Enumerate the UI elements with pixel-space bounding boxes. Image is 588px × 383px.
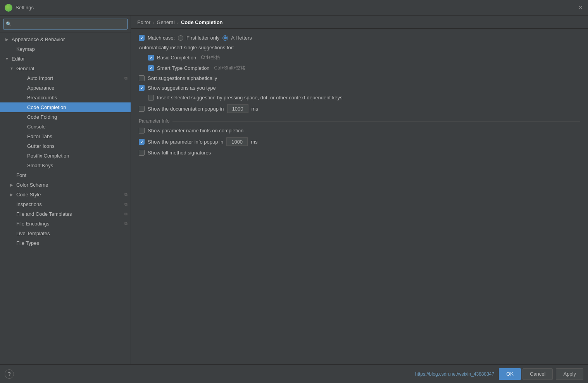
parameter-info-label: Parameter Info — [139, 118, 169, 124]
settings-content: Match case: First letter only All letter… — [131, 29, 588, 364]
breadcrumb-general: General — [157, 19, 174, 25]
smart-type-label: Smart Type Completion — [157, 65, 210, 71]
copy-icon: ⧉ — [124, 76, 128, 81]
show-doc-popup-unit: ms — [252, 106, 258, 112]
first-letter-radio[interactable] — [178, 35, 183, 41]
arrow-icon: ▶ — [9, 192, 14, 197]
show-full-signatures-checkbox[interactable] — [139, 150, 145, 156]
smart-type-shortcut: Ctrl+Shift+空格 — [214, 65, 246, 71]
bottom-bar-left: ? — [5, 369, 14, 379]
sidebar-item-label: Editor — [12, 56, 128, 62]
insert-by-space-label: Insert selected suggestion by pressing s… — [157, 95, 342, 101]
show-param-hints-row: Show parameter name hints on completion — [139, 128, 580, 133]
sidebar-item-inspections[interactable]: ▶ Inspections ⧉ — [0, 199, 131, 209]
sidebar-item-file-encodings[interactable]: ▶ File Encodings ⧉ — [0, 219, 131, 229]
sort-alpha-row: Sort suggestions alphabetically — [139, 75, 580, 81]
basic-completion-checkbox[interactable] — [148, 55, 154, 61]
sidebar-item-label: Gutter Icons — [27, 143, 128, 149]
sidebar-item-live-templates[interactable]: ▶ Live Templates — [0, 229, 131, 238]
arrow-icon: ▼ — [9, 66, 14, 71]
insert-by-space-checkbox[interactable] — [148, 95, 154, 101]
copy-icon: ⧉ — [124, 211, 128, 217]
show-param-popup-checkbox[interactable] — [139, 139, 145, 145]
cancel-button[interactable]: Cancel — [522, 368, 553, 380]
parameter-info-divider: Parameter Info — [139, 118, 580, 124]
smart-type-checkbox[interactable] — [148, 65, 154, 71]
search-input[interactable] — [3, 19, 128, 29]
sidebar-item-code-style[interactable]: ▶ Code Style ⧉ — [0, 190, 131, 199]
all-letters-radio[interactable] — [222, 35, 228, 41]
sidebar-item-postfix-completion[interactable]: ▶ Postfix Completion — [0, 151, 131, 161]
show-doc-popup-checkbox[interactable] — [139, 106, 145, 112]
close-button[interactable]: ✕ — [577, 5, 583, 11]
show-suggestions-checkbox[interactable] — [139, 85, 145, 91]
sidebar-item-label: Font — [16, 172, 128, 178]
auto-insert-row: Automatically insert single suggestions … — [139, 45, 580, 50]
sidebar-item-appearance-behavior[interactable]: ▶ Appearance & Behavior — [0, 35, 131, 44]
show-param-hints-checkbox[interactable] — [139, 128, 145, 133]
sidebar-item-keymap[interactable]: ▶ Keymap — [0, 44, 131, 54]
show-doc-popup-label: Show the documentation popup in — [148, 106, 224, 112]
sidebar-item-label: File and Code Templates — [16, 211, 123, 217]
copy-icon: ⧉ — [124, 192, 128, 197]
sidebar-item-general[interactable]: ▼ General — [0, 64, 131, 73]
content-area: Editor › General › Code Completion Match… — [131, 16, 588, 364]
sidebar-item-color-scheme[interactable]: ▶ Color Scheme — [0, 180, 131, 190]
show-full-signatures-label: Show full method signatures — [148, 150, 211, 156]
basic-completion-row: Basic Completion Ctrl+空格 — [139, 54, 580, 61]
apply-button[interactable]: Apply — [556, 368, 583, 380]
sidebar-item-label: Code Style — [16, 192, 123, 198]
basic-completion-shortcut: Ctrl+空格 — [201, 54, 220, 61]
sidebar-item-editor-tabs[interactable]: ▶ Editor Tabs — [0, 132, 131, 141]
sidebar-item-label: Editor Tabs — [27, 133, 128, 139]
match-case-row: Match case: First letter only All letter… — [139, 35, 580, 41]
sort-alpha-label: Sort suggestions alphabetically — [148, 75, 217, 81]
sidebar-item-label: Keymap — [16, 46, 128, 52]
main-container: 🔍 ▶ Appearance & Behavior ▶ Keymap ▼ Edi… — [0, 16, 588, 364]
title-bar-left: Settings — [5, 4, 34, 12]
sidebar-item-console[interactable]: ▶ Console — [0, 122, 131, 132]
bottom-bar: ? https://blog.csdn.net/weixin_43888347 … — [0, 364, 588, 383]
breadcrumb-sep2: › — [177, 19, 179, 25]
title-bar: Settings ✕ — [0, 0, 588, 16]
sidebar-item-file-types[interactable]: ▶ File Types — [0, 238, 131, 248]
sidebar-item-appearance[interactable]: ▶ Appearance — [0, 83, 131, 93]
sidebar-item-label: Code Completion — [27, 104, 128, 110]
divider-line — [172, 121, 580, 121]
basic-completion-label: Basic Completion — [157, 55, 196, 61]
show-suggestions-row: Show suggestions as you type — [139, 85, 580, 91]
sort-alpha-checkbox[interactable] — [139, 75, 145, 81]
sidebar-item-font[interactable]: ▶ Font — [0, 170, 131, 180]
sidebar-item-label: Appearance — [27, 85, 128, 91]
url-display: https://blog.csdn.net/weixin_43888347 — [410, 371, 499, 377]
copy-icon: ⧉ — [124, 221, 128, 226]
sidebar-item-code-folding[interactable]: ▶ Code Folding — [0, 112, 131, 122]
match-case-checkbox[interactable] — [139, 35, 145, 41]
show-param-popup-unit: ms — [251, 139, 257, 145]
all-letters-label: All letters — [231, 35, 252, 41]
first-letter-label: First letter only — [186, 35, 219, 41]
sidebar-item-label: Postfix Completion — [27, 153, 128, 159]
sidebar-item-auto-import[interactable]: ▶ Auto Import ⧉ — [0, 73, 131, 83]
sidebar-item-label: Appearance & Behavior — [12, 36, 128, 42]
show-doc-popup-row: Show the documentation popup in ms — [139, 104, 580, 113]
show-param-popup-input[interactable] — [226, 137, 248, 146]
sidebar-item-code-completion[interactable]: ▶ Code Completion — [0, 102, 131, 112]
ok-button[interactable]: OK — [499, 368, 521, 380]
show-param-hints-label: Show parameter name hints on completion — [148, 128, 243, 133]
show-suggestions-label: Show suggestions as you type — [148, 85, 216, 91]
sidebar: 🔍 ▶ Appearance & Behavior ▶ Keymap ▼ Edi… — [0, 16, 131, 364]
sidebar-item-file-and-code-templates[interactable]: ▶ File and Code Templates ⧉ — [0, 209, 131, 219]
sidebar-item-editor[interactable]: ▼ Editor — [0, 54, 131, 64]
show-doc-popup-input[interactable] — [227, 104, 248, 113]
match-case-label: Match case: — [148, 35, 175, 41]
sidebar-item-label: Live Templates — [16, 230, 128, 236]
sidebar-item-gutter-icons[interactable]: ▶ Gutter Icons — [0, 141, 131, 151]
arrow-icon: ▶ — [5, 37, 9, 42]
sidebar-item-label: File Types — [16, 240, 128, 246]
sidebar-item-smart-keys[interactable]: ▶ Smart Keys — [0, 161, 131, 170]
search-box-wrap: 🔍 — [0, 16, 131, 33]
help-button[interactable]: ? — [5, 369, 14, 379]
sidebar-item-label: Code Folding — [27, 114, 128, 120]
sidebar-item-breadcrumbs[interactable]: ▶ Breadcrumbs — [0, 93, 131, 102]
